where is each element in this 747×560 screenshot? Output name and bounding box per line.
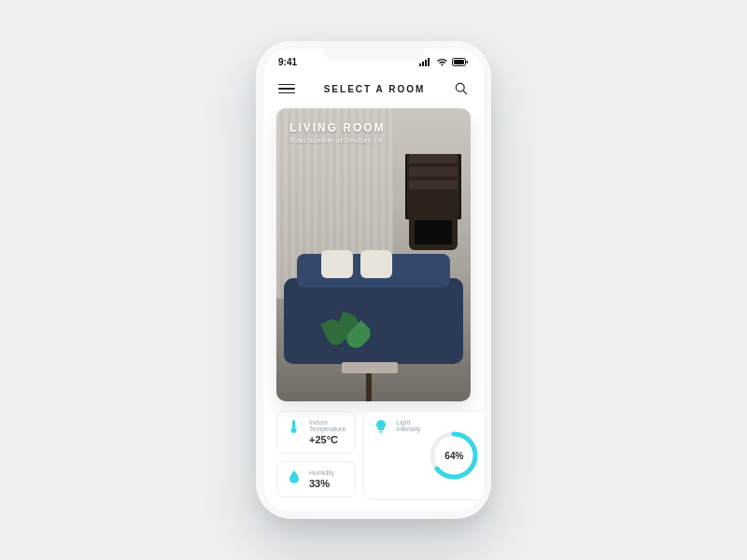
svg-rect-5 [454, 60, 464, 64]
tile-value: 33% [309, 478, 334, 489]
svg-line-8 [463, 91, 466, 93]
tile-value: +25°C [309, 434, 345, 445]
stats-col-left: Indoor Temperature +25°C Humidity 33% [276, 411, 356, 500]
svg-rect-2 [425, 60, 427, 66]
room-card-living-room[interactable]: LIVING ROOM Total Number of Devices | 8 [276, 108, 471, 401]
room-tv [415, 220, 452, 245]
phone-frame: 9:41 SELECT A ROOM [256, 41, 491, 519]
svg-rect-0 [419, 63, 421, 66]
notch [322, 41, 425, 62]
status-time: 9:41 [278, 57, 297, 67]
tile-humidity[interactable]: Humidity 33% [276, 461, 356, 497]
tile-temperature[interactable]: Indoor Temperature +25°C [276, 411, 356, 454]
svg-rect-6 [467, 61, 469, 63]
app-header: SELECT A ROOM [263, 75, 484, 103]
thermometer-icon [287, 419, 302, 434]
room-sofa [284, 278, 463, 364]
wifi-icon [436, 58, 448, 66]
svg-rect-3 [428, 58, 430, 66]
page-title: SELECT A ROOM [324, 84, 426, 94]
light-intensity-gauge: 64% [428, 429, 480, 482]
svg-point-7 [456, 83, 464, 91]
room-table [342, 362, 398, 373]
svg-rect-11 [379, 431, 383, 433]
screen: 9:41 SELECT A ROOM [263, 49, 484, 511]
svg-rect-9 [292, 420, 295, 428]
menu-icon[interactable] [278, 84, 295, 94]
svg-point-10 [291, 427, 297, 433]
content: LIVING ROOM Total Number of Devices | 8 … [263, 103, 484, 511]
svg-rect-1 [422, 62, 424, 66]
room-plant [325, 314, 370, 358]
lightbulb-icon [374, 419, 388, 434]
room-devices-label: Total Number of Devices | 8 [289, 137, 386, 144]
status-indicators [419, 58, 469, 66]
tile-light-intensity[interactable]: Light Intensity 64% [363, 411, 484, 500]
search-icon[interactable] [454, 81, 469, 96]
battery-icon [452, 58, 469, 66]
stats-row: Indoor Temperature +25°C Humidity 33% [276, 411, 471, 500]
tile-label: Light Intensity [396, 419, 420, 432]
room-text: LIVING ROOM Total Number of Devices | 8 [289, 121, 386, 144]
room-name: LIVING ROOM [289, 121, 386, 134]
droplet-icon [287, 469, 302, 484]
room-shelf [405, 150, 461, 219]
signal-icon [419, 58, 432, 66]
light-intensity-value: 64% [428, 429, 480, 482]
tile-label: Indoor Temperature [309, 419, 345, 432]
tile-label: Humidity [309, 469, 334, 476]
